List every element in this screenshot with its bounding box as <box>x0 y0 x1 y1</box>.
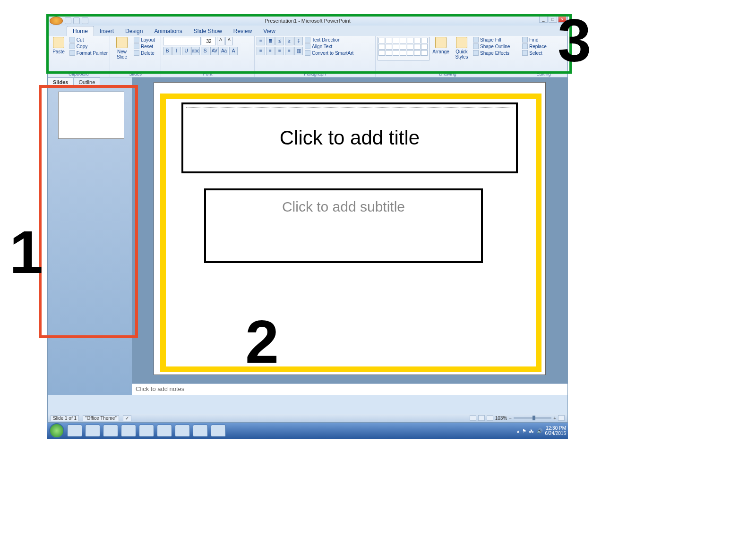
char-spacing-button[interactable]: AV <box>210 47 219 55</box>
group-font: A A B I U abc S AV Aa A Font <box>161 36 255 77</box>
select-button[interactable]: Select <box>522 50 547 56</box>
numbering-icon[interactable]: ≣ <box>266 37 275 45</box>
taskbar-mediaplayer-icon[interactable] <box>103 425 118 437</box>
statusbar: Slide 1 of 1 "Office Theme" ✓ 103% − + <box>48 414 567 422</box>
start-button[interactable] <box>49 423 64 438</box>
taskbar-ie-icon[interactable] <box>67 425 82 437</box>
group-label: Paragraph <box>257 71 373 77</box>
view-sorter-icon[interactable] <box>478 415 485 421</box>
zoom-in-button[interactable]: + <box>553 416 556 421</box>
tab-review[interactable]: Review <box>228 26 258 36</box>
taskbar-firefox-icon[interactable] <box>121 425 136 437</box>
taskbar-chrome-icon[interactable] <box>139 425 154 437</box>
italic-button[interactable]: I <box>172 47 181 55</box>
tab-view[interactable]: View <box>258 26 281 36</box>
taskbar-word-icon[interactable] <box>175 425 190 437</box>
annotation-number-1: 1 <box>9 217 43 287</box>
shape-fill-button[interactable]: Shape Fill <box>473 37 510 43</box>
arrange-icon <box>435 37 447 48</box>
shape-outline-button[interactable]: Shape Outline <box>473 43 510 49</box>
new-slide-button[interactable]: New Slide <box>112 37 132 60</box>
taskbar-app-icon[interactable] <box>211 425 226 437</box>
align-center-icon[interactable]: ≡ <box>266 47 275 55</box>
fit-to-window-icon[interactable] <box>558 415 565 421</box>
increase-indent-icon[interactable]: ≥ <box>285 37 293 45</box>
minimize-button[interactable]: _ <box>539 16 548 23</box>
shapes-gallery[interactable] <box>378 37 430 60</box>
zoom-slider[interactable] <box>514 417 551 419</box>
title-placeholder[interactable]: Click to add title <box>181 102 518 173</box>
office-button[interactable] <box>50 17 63 25</box>
quick-styles-button[interactable]: Quick Styles <box>452 37 471 60</box>
tray-flag-icon[interactable]: ⚑ <box>522 428 526 434</box>
replace-button[interactable]: Replace <box>522 43 547 49</box>
qat-save-icon[interactable] <box>65 17 71 24</box>
side-tab-slides[interactable]: Slides <box>48 77 73 88</box>
font-color-button[interactable]: A <box>229 47 238 55</box>
tray-network-icon[interactable]: 🖧 <box>529 428 534 434</box>
find-button[interactable]: Find <box>522 37 547 43</box>
reset-button[interactable]: Reset <box>134 43 155 49</box>
change-case-button[interactable]: Aa <box>220 47 228 55</box>
delete-button[interactable]: Delete <box>134 50 155 56</box>
tray-up-icon[interactable]: ▴ <box>517 428 519 434</box>
font-name-input[interactable] <box>163 37 201 45</box>
underline-button[interactable]: U <box>182 47 190 55</box>
slide-thumbnail-1[interactable] <box>58 92 124 139</box>
subtitle-placeholder[interactable]: Click to add subtitle <box>204 188 483 263</box>
bold-button[interactable]: B <box>163 47 172 55</box>
line-spacing-icon[interactable]: ‡ <box>294 37 303 45</box>
view-normal-icon[interactable] <box>470 415 476 421</box>
grow-font-icon[interactable]: A <box>217 37 224 45</box>
align-right-icon[interactable]: ≡ <box>275 47 284 55</box>
shape-fill-icon <box>473 37 479 43</box>
tab-design[interactable]: Design <box>120 26 148 36</box>
shrink-font-icon[interactable]: A <box>225 37 233 45</box>
convert-smartart-button[interactable]: Convert to SmartArt <box>305 50 353 56</box>
copy-button[interactable]: Copy <box>69 43 108 49</box>
tray-volume-icon[interactable]: 🔊 <box>537 428 542 434</box>
side-tabs: Slides Outline <box>48 77 132 88</box>
tab-slideshow[interactable]: Slide Show <box>188 26 228 36</box>
tab-home[interactable]: Home <box>67 26 94 36</box>
side-tab-outline[interactable]: Outline <box>73 77 100 88</box>
shadow-button[interactable]: S <box>201 47 209 55</box>
slide-canvas[interactable]: Click to add title Click to add subtitle <box>154 82 546 375</box>
taskbar-explorer-icon[interactable] <box>85 425 100 437</box>
cut-icon <box>69 37 75 43</box>
align-text-icon <box>305 43 310 49</box>
qat-redo-icon[interactable] <box>82 17 88 24</box>
format-painter-icon <box>69 50 75 56</box>
view-slideshow-icon[interactable] <box>487 415 493 421</box>
group-drawing: Arrange Quick Styles Shape Fill Shape Ou… <box>376 36 520 77</box>
maximize-button[interactable]: □ <box>549 16 557 23</box>
spellcheck-icon[interactable]: ✓ <box>123 415 131 421</box>
tray-clock[interactable]: 12:30 PM 6/24/2015 <box>545 426 567 436</box>
workspace: Slides Outline Click to add title Click … <box>48 77 567 395</box>
justify-icon[interactable]: ≡ <box>285 47 293 55</box>
zoom-out-button[interactable]: − <box>509 416 512 421</box>
delete-icon <box>134 50 139 56</box>
notes-pane[interactable]: Click to add notes <box>132 383 567 395</box>
align-text-button[interactable]: Align Text <box>305 43 353 49</box>
format-painter-button[interactable]: Format Painter <box>69 50 108 56</box>
copy-icon <box>69 43 75 49</box>
tab-insert[interactable]: Insert <box>94 26 120 36</box>
bullets-icon[interactable]: ≡ <box>257 37 265 45</box>
shape-effects-button[interactable]: Shape Effects <box>473 50 510 56</box>
font-size-input[interactable] <box>202 37 216 45</box>
ribbon-tabstrip: Home Insert Design Animations Slide Show… <box>48 26 567 36</box>
qat-undo-icon[interactable] <box>73 17 80 24</box>
text-direction-button[interactable]: Text Direction <box>305 37 353 43</box>
columns-icon[interactable]: ▥ <box>294 47 303 55</box>
paste-button[interactable]: Paste <box>50 37 68 54</box>
tab-animations[interactable]: Animations <box>148 26 188 36</box>
taskbar-winrar-icon[interactable] <box>193 425 208 437</box>
strike-button[interactable]: abc <box>191 47 200 55</box>
align-left-icon[interactable]: ≡ <box>257 47 265 55</box>
cut-button[interactable]: Cut <box>69 37 108 43</box>
layout-button[interactable]: Layout <box>134 37 155 43</box>
decrease-indent-icon[interactable]: ≤ <box>275 37 284 45</box>
arrange-button[interactable]: Arrange <box>431 37 450 54</box>
taskbar-powerpoint-icon[interactable] <box>157 425 172 437</box>
